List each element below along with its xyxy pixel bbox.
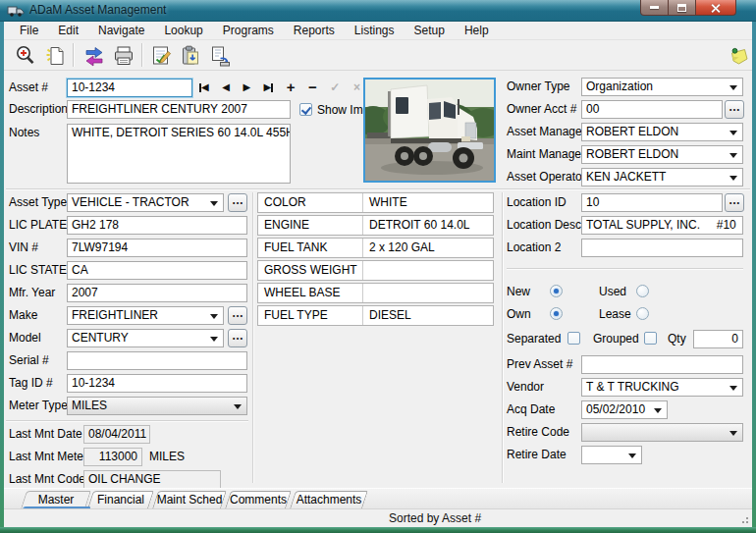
asset-manager-combo[interactable]: ROBERT ELDON xyxy=(581,123,743,141)
spec-row-color[interactable]: COLORWHITE xyxy=(257,192,494,213)
asset-manager-label: Asset Manager xyxy=(507,123,586,141)
nav-insert-button[interactable]: + xyxy=(287,79,296,96)
menu-lookup[interactable]: Lookup xyxy=(154,22,212,39)
asset-type-combo[interactable]: VEHICLE - TRACTOR xyxy=(67,193,224,212)
nav-first-button[interactable]: ◀ xyxy=(199,79,209,96)
tab-financial[interactable]: Financial xyxy=(90,491,151,508)
qty-label: Qty xyxy=(668,330,686,348)
paste-icon xyxy=(179,44,202,68)
prev-asset-field[interactable] xyxy=(581,355,743,374)
new-record-icon xyxy=(43,44,67,68)
nav-last-button[interactable]: ▶ xyxy=(264,79,274,96)
owner-acct-label: Owner Acct # xyxy=(507,100,576,119)
menu-bar: File Edit Navigate Lookup Programs Repor… xyxy=(4,22,752,40)
description-field[interactable]: FREIGHTLINER CENTURY 2007 xyxy=(67,100,291,119)
tab-comments[interactable]: Comments xyxy=(228,491,289,508)
nav-next-button[interactable]: ▶ xyxy=(243,79,250,96)
lic-state-field[interactable]: CA xyxy=(67,261,247,280)
model-combo[interactable]: CENTURY xyxy=(67,329,224,347)
nav-delete-button[interactable]: − xyxy=(308,79,317,96)
owner-acct-field[interactable]: 00 xyxy=(581,100,723,119)
spec-row-wheel-base[interactable]: WHEEL BASE xyxy=(257,283,494,303)
meter-type-combo[interactable]: MILES xyxy=(67,397,247,415)
tag-id-field[interactable]: 10-1234 xyxy=(67,374,247,393)
export-button[interactable] xyxy=(206,42,234,69)
qty-field[interactable]: 0 xyxy=(693,330,743,348)
asset-number-field[interactable]: 10-1234 xyxy=(67,79,192,97)
menu-setup[interactable]: Setup xyxy=(405,22,455,39)
spec-row-fuel-tank[interactable]: FUEL TANK2 x 120 GAL xyxy=(257,238,494,258)
grouped-checkbox[interactable] xyxy=(644,332,657,345)
titlebar[interactable]: ADaM Asset Management xyxy=(0,0,756,22)
nav-post-button[interactable]: ✓ xyxy=(330,79,340,96)
new-radio[interactable] xyxy=(550,285,563,297)
retire-code-combo[interactable] xyxy=(581,423,743,442)
sticky-note-button[interactable] xyxy=(725,42,752,69)
menu-file[interactable]: File xyxy=(10,22,48,39)
asset-operator-label: Asset Operator xyxy=(507,168,586,187)
menu-reports[interactable]: Reports xyxy=(284,22,345,39)
own-radio[interactable] xyxy=(550,307,563,320)
spec-row-fuel-type[interactable]: FUEL TYPEDIESEL xyxy=(257,305,494,326)
last-mnt-meter-field: 113000 xyxy=(83,448,142,466)
location-id-field[interactable]: 10 xyxy=(581,193,723,212)
lease-radio[interactable] xyxy=(636,307,649,320)
make-combo[interactable]: FREIGHTLINER xyxy=(67,306,224,325)
serial-field[interactable] xyxy=(67,351,247,370)
last-mnt-meter-unit: MILES xyxy=(149,448,185,466)
notes-field[interactable]: WHITE, DETROIT SERIES 60 14.0L 455HP xyxy=(67,124,291,184)
paste-button[interactable] xyxy=(177,42,204,69)
owner-acct-lookup-button[interactable]: … xyxy=(725,100,744,119)
resize-grip[interactable] xyxy=(739,514,749,524)
asset-type-lookup-button[interactable]: … xyxy=(228,193,247,212)
menu-help[interactable]: Help xyxy=(455,22,499,39)
app-truck-icon xyxy=(7,4,25,18)
location-2-label: Location 2 xyxy=(507,239,561,257)
tab-attachments[interactable]: Attachments xyxy=(293,491,365,508)
menu-listings[interactable]: Listings xyxy=(345,22,405,39)
spec-row-gross-weight[interactable]: GROSS WEIGHT xyxy=(257,260,494,281)
edit-form-icon xyxy=(149,44,173,68)
retire-date-combo[interactable] xyxy=(581,446,642,464)
vin-field[interactable]: 7LW97194 xyxy=(67,239,247,257)
separated-checkbox[interactable] xyxy=(567,332,580,345)
acq-date-combo[interactable]: 05/02/2010 xyxy=(581,400,668,419)
mfr-year-field[interactable]: 2007 xyxy=(67,284,247,302)
edit-form-button[interactable] xyxy=(147,42,175,69)
zoom-icon xyxy=(14,44,37,68)
print-button[interactable] xyxy=(110,42,137,69)
tab-maint-sched[interactable]: Maint Sched xyxy=(155,491,224,508)
owner-type-combo[interactable]: Organization xyxy=(581,78,743,96)
transfer-button[interactable] xyxy=(81,42,108,69)
nav-cancel-button[interactable]: × xyxy=(353,79,360,96)
menu-navigate[interactable]: Navigate xyxy=(88,22,154,39)
show-img-label: Show Img xyxy=(317,101,369,120)
location-desc-field[interactable]: TOTAL SUPPLY, INC. #10 xyxy=(581,216,743,235)
menu-edit[interactable]: Edit xyxy=(48,22,88,39)
notes-label: Notes xyxy=(9,124,39,142)
retire-code-label: Retire Code xyxy=(507,423,569,442)
make-lookup-button[interactable]: … xyxy=(228,306,247,325)
location-id-lookup-button[interactable]: … xyxy=(725,193,744,212)
spec-row-engine[interactable]: ENGINEDETROIT 60 14.0L xyxy=(257,215,494,236)
dropdown-arrow-icon xyxy=(729,386,737,391)
location-2-field[interactable] xyxy=(581,239,743,257)
model-lookup-button[interactable]: … xyxy=(228,329,247,347)
menu-programs[interactable]: Programs xyxy=(213,22,284,39)
lease-radio-label: Lease xyxy=(599,305,631,324)
nav-prev-button[interactable]: ◀ xyxy=(222,79,230,96)
minimize-button[interactable] xyxy=(640,0,669,16)
show-img-checkbox[interactable] xyxy=(299,103,312,116)
maximize-button[interactable] xyxy=(669,0,695,16)
close-button[interactable] xyxy=(695,0,736,16)
asset-operator-combo[interactable]: KEN JACKETT xyxy=(581,168,743,187)
new-record-button[interactable] xyxy=(41,42,69,69)
toolbar xyxy=(4,40,752,71)
used-radio[interactable] xyxy=(636,285,649,297)
zoom-button[interactable] xyxy=(12,42,39,69)
maint-manager-combo[interactable]: ROBERT ELDON xyxy=(581,145,743,164)
vendor-combo[interactable]: T & T TRUCKING xyxy=(581,378,743,397)
lic-plate-field[interactable]: GH2 178 xyxy=(67,216,247,235)
used-radio-label: Used xyxy=(599,283,626,301)
dropdown-arrow-icon xyxy=(234,404,242,409)
